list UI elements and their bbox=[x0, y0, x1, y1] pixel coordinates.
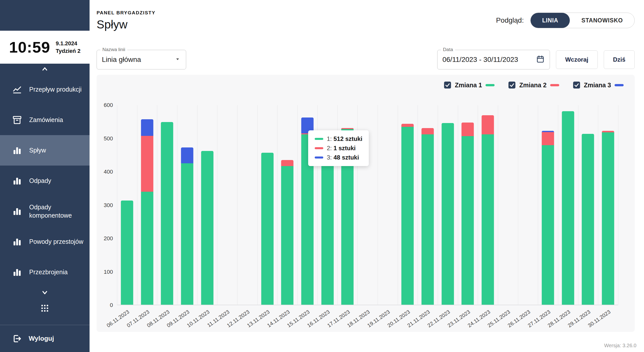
checkbox-checked-icon[interactable] bbox=[444, 81, 451, 89]
sidebar-item-splyw[interactable]: Spływ bbox=[0, 135, 90, 166]
bar-segment[interactable] bbox=[582, 134, 594, 305]
bar-segment[interactable] bbox=[181, 147, 193, 163]
bar-segment[interactable] bbox=[201, 151, 213, 305]
bar-21.11.2023[interactable] bbox=[422, 105, 434, 305]
legend-color-dash bbox=[615, 84, 624, 86]
bar-segment[interactable] bbox=[401, 127, 414, 305]
sidebar-item-label: Spływ bbox=[29, 146, 46, 154]
bar-segment[interactable] bbox=[161, 122, 173, 305]
x-tick-label: 13.11.2023 bbox=[246, 309, 271, 329]
bar-segment[interactable] bbox=[482, 115, 494, 135]
bar-22.11.2023[interactable] bbox=[441, 105, 454, 305]
bar-segment[interactable] bbox=[281, 166, 294, 305]
x-axis: 06.11.202307.11.202308.11.202309.11.2023… bbox=[117, 305, 618, 340]
bar-segment[interactable] bbox=[462, 136, 474, 305]
component-waste-icon bbox=[12, 206, 22, 216]
bar-segment[interactable] bbox=[181, 163, 193, 305]
calendar-icon[interactable] bbox=[536, 55, 545, 64]
bar-segment[interactable] bbox=[121, 201, 133, 305]
bar-segment[interactable] bbox=[602, 132, 614, 305]
clock-week: Tydzień 2 bbox=[56, 47, 80, 55]
gridline bbox=[217, 105, 217, 305]
legend-label: Zmiana 1 bbox=[455, 82, 482, 89]
today-button[interactable]: Dziś bbox=[604, 50, 635, 69]
bar-segment[interactable] bbox=[422, 128, 434, 134]
bar-segment[interactable] bbox=[462, 123, 474, 136]
sidebar-item-odpady-komponentowe[interactable]: Odpady komponentowe bbox=[0, 196, 90, 226]
bar-segment[interactable] bbox=[141, 192, 153, 305]
tooltip-series-dash bbox=[315, 147, 323, 149]
bar-segment[interactable] bbox=[422, 134, 434, 305]
logout-button[interactable]: Wyloguj bbox=[0, 325, 90, 352]
y-tick-label: 0 bbox=[110, 302, 113, 308]
x-tick-label: 15.11.2023 bbox=[286, 309, 311, 329]
sidebar-item-odpady[interactable]: Odpady bbox=[0, 166, 90, 196]
legend-item-1[interactable]: Zmiana 1 bbox=[444, 81, 495, 89]
x-tick-label: 29.11.2023 bbox=[567, 309, 592, 329]
y-tick-label: 300 bbox=[104, 202, 113, 209]
yesterday-button[interactable]: Wczoraj bbox=[556, 50, 598, 69]
sidebar-item-przeplyw-produkcji[interactable]: Przepływ produkcji bbox=[0, 74, 90, 105]
legend-item-3[interactable]: Zmiana 3 bbox=[573, 81, 624, 89]
bar-segment[interactable] bbox=[602, 131, 614, 133]
bar-23.11.2023[interactable] bbox=[462, 105, 474, 305]
y-tick-label: 400 bbox=[104, 169, 113, 175]
checkbox-checked-icon[interactable] bbox=[573, 81, 580, 89]
tooltip-text: 3: 48 sztuki bbox=[327, 154, 359, 161]
orders-icon bbox=[12, 115, 22, 125]
bar-segment[interactable] bbox=[261, 153, 273, 305]
bar-27.11.2023[interactable] bbox=[542, 105, 554, 305]
x-tick-label: 07.11.2023 bbox=[126, 309, 151, 329]
line-select-label: Nazwa linii bbox=[100, 47, 127, 52]
sidebar-item-powody-przestojow[interactable]: Powody przestojów bbox=[0, 226, 90, 257]
bar-segment[interactable] bbox=[141, 136, 153, 192]
sidebar-item-zamowienia[interactable]: Zamówienia bbox=[0, 105, 90, 135]
sidebar-item-label: Zamówienia bbox=[29, 116, 63, 124]
view-option-stanowisko[interactable]: STANOWISKO bbox=[570, 13, 634, 28]
bar-28.11.2023[interactable] bbox=[562, 105, 574, 305]
line-select[interactable]: Nazwa linii Linia główna bbox=[97, 50, 186, 69]
bar-30.11.2023[interactable] bbox=[602, 105, 614, 305]
bar-09.11.2023[interactable] bbox=[181, 105, 193, 305]
bar-segment[interactable] bbox=[482, 134, 494, 305]
apps-grid-icon[interactable] bbox=[0, 303, 90, 313]
bar-segment[interactable] bbox=[441, 123, 454, 305]
legend-item-2[interactable]: Zmiana 2 bbox=[508, 81, 559, 89]
scroll-up-chevron-icon[interactable] bbox=[0, 64, 90, 74]
bar-13.11.2023[interactable] bbox=[261, 105, 273, 305]
bar-29.11.2023[interactable] bbox=[582, 105, 594, 305]
chart-tooltip: 1: 512 sztuki2: 1 sztuki3: 48 sztuki bbox=[308, 130, 369, 166]
gridline bbox=[378, 105, 378, 305]
bar-08.11.2023[interactable] bbox=[161, 105, 173, 305]
view-option-linia[interactable]: LINIA bbox=[531, 13, 570, 28]
bar-segment[interactable] bbox=[542, 132, 554, 145]
bar-24.11.2023[interactable] bbox=[482, 105, 494, 305]
bar-segment[interactable] bbox=[281, 160, 294, 166]
bar-07.11.2023[interactable] bbox=[141, 105, 153, 305]
gridline bbox=[518, 105, 518, 305]
scroll-down-chevron-icon[interactable] bbox=[0, 287, 90, 298]
bar-10.11.2023[interactable] bbox=[201, 105, 213, 305]
bar-segment[interactable] bbox=[562, 111, 574, 305]
bar-20.11.2023[interactable] bbox=[401, 105, 414, 305]
x-tick-label: 18.11.2023 bbox=[346, 309, 371, 329]
x-tick-label: 28.11.2023 bbox=[547, 309, 572, 329]
x-tick-label: 16.11.2023 bbox=[306, 309, 331, 329]
bar-14.11.2023[interactable] bbox=[281, 105, 294, 305]
tooltip-text: 2: 1 sztuki bbox=[327, 145, 356, 152]
bar-06.11.2023[interactable] bbox=[121, 105, 133, 305]
main-content: PANEL BRYGADZISTY Spływ Podgląd: LINIA S… bbox=[90, 0, 644, 352]
sidebar-nav: Przepływ produkcjiZamówieniaSpływOdpadyO… bbox=[0, 74, 90, 287]
gridline bbox=[277, 105, 277, 305]
sidebar-item-przezbrojenia[interactable]: Przezbrojenia bbox=[0, 257, 90, 287]
bar-segment[interactable] bbox=[401, 124, 414, 127]
gridline bbox=[197, 105, 197, 305]
sidebar-item-label: Przezbrojenia bbox=[29, 268, 68, 276]
view-switcher-row: Podgląd: LINIA STANOWISKO bbox=[496, 13, 635, 28]
bar-segment[interactable] bbox=[141, 119, 153, 136]
checkbox-checked-icon[interactable] bbox=[508, 81, 516, 89]
tooltip-series-dash bbox=[315, 157, 323, 159]
bar-segment[interactable] bbox=[321, 152, 334, 305]
bar-segment[interactable] bbox=[542, 145, 554, 305]
date-range-field[interactable]: Data 06/11/2023 - 30/11/2023 bbox=[437, 50, 550, 69]
